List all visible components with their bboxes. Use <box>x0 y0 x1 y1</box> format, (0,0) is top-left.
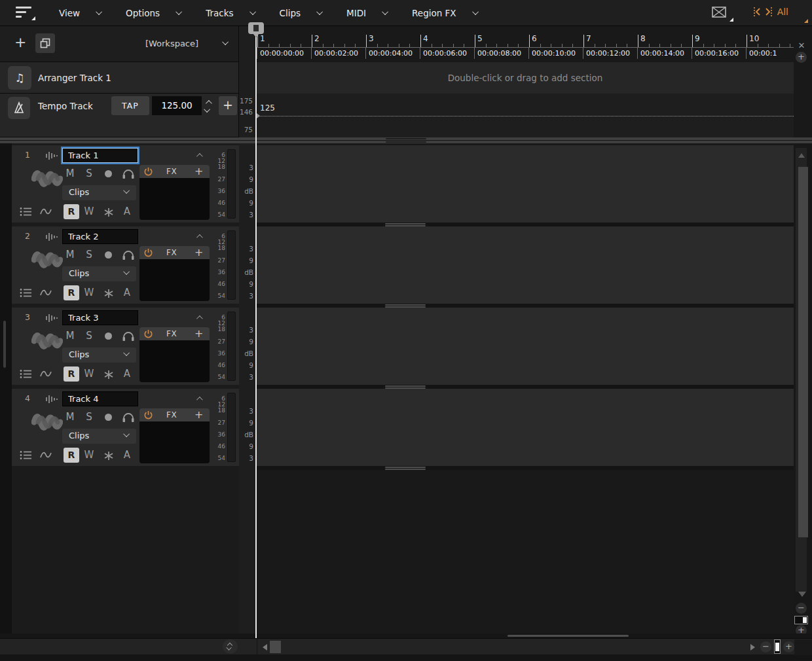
scroll-right-icon[interactable] <box>750 644 755 651</box>
arranger-lane[interactable]: Double-click or drag to add section <box>257 62 794 94</box>
automation-read-button[interactable]: R <box>64 448 79 463</box>
automation-write-button[interactable]: W <box>82 448 96 463</box>
tap-tempo-button[interactable]: TAP <box>111 96 149 115</box>
input-echo-headphones-button[interactable] <box>122 168 135 180</box>
menu-tracks[interactable]: Tracks <box>206 8 255 18</box>
track-lane[interactable] <box>257 308 794 385</box>
lane-separator[interactable] <box>257 385 794 389</box>
track-header[interactable]: 3 6 12 18 27 36 46 54 M S <box>12 308 239 385</box>
tempo-value-field[interactable]: 125.00 <box>152 96 202 115</box>
automation-write-button[interactable]: W <box>82 204 96 219</box>
ripple-edit-button[interactable]: All <box>753 7 788 17</box>
fx-power-icon[interactable] <box>143 167 153 177</box>
track-header[interactable]: 2 6 12 18 27 36 46 54 M S <box>12 226 239 304</box>
fx-rack-bin[interactable] <box>139 340 210 382</box>
scroll-down-icon[interactable] <box>798 592 806 597</box>
archive-button[interactable]: A <box>120 366 134 382</box>
arm-record-button[interactable] <box>105 414 112 421</box>
menu-view[interactable]: View <box>59 8 102 18</box>
tempo-envelope-line[interactable] <box>257 116 794 116</box>
menu-midi[interactable]: MIDI <box>346 8 388 18</box>
track-manager-icon[interactable] <box>20 288 33 298</box>
fx-rack-header[interactable]: FX + <box>139 327 210 340</box>
automation-read-button[interactable]: R <box>64 204 79 219</box>
track-name-input[interactable] <box>62 391 138 406</box>
arm-record-button[interactable] <box>105 332 112 340</box>
scrollbar-thumb[interactable] <box>3 321 6 368</box>
scroll-up-icon[interactable] <box>798 153 805 158</box>
tempo-lane[interactable]: 125 <box>257 94 794 137</box>
fx-power-icon[interactable] <box>143 248 153 258</box>
bottom-splitter[interactable] <box>0 634 812 638</box>
arm-record-button[interactable] <box>105 170 112 177</box>
freeze-icon[interactable] <box>103 289 114 298</box>
freeze-icon[interactable] <box>103 207 114 217</box>
automation-write-button[interactable]: W <box>82 285 96 300</box>
track-manager-icon[interactable] <box>20 450 33 460</box>
clips-dropdown[interactable]: Clips <box>62 185 136 200</box>
add-fx-button[interactable]: + <box>194 165 203 177</box>
playhead-marker[interactable] <box>248 22 264 34</box>
fx-rack-header[interactable]: FX + <box>139 408 210 421</box>
fx-rack-header[interactable]: FX + <box>139 246 210 259</box>
solo-button[interactable]: S <box>82 168 96 179</box>
main-menu-button[interactable] <box>14 5 37 22</box>
horizontal-zoom-out-button[interactable]: − <box>760 641 771 652</box>
collapse-track-icon[interactable] <box>196 153 203 160</box>
audio-scale-column[interactable]: 175 146 75 3 9 dB 9 3 3 9 dB 9 3 3 9 dB … <box>239 26 257 634</box>
close-ruler-button[interactable]: ✕ <box>796 41 807 51</box>
input-echo-headphones-button[interactable] <box>122 249 135 261</box>
workspace-select[interactable]: [Workspace] <box>118 39 226 48</box>
clips-dropdown[interactable]: Clips <box>62 429 136 444</box>
fx-rack-bin[interactable] <box>139 421 210 463</box>
automation-lane-icon[interactable] <box>39 369 52 379</box>
input-echo-headphones-button[interactable] <box>122 330 135 342</box>
now-time-cursor[interactable] <box>255 26 257 638</box>
menu-clips[interactable]: Clips <box>280 8 323 18</box>
fx-power-icon[interactable] <box>143 410 153 420</box>
tempo-decrement-button[interactable] <box>204 106 210 113</box>
slider-thumb[interactable] <box>803 617 807 623</box>
solo-button[interactable]: S <box>82 411 96 423</box>
mute-button[interactable]: M <box>63 168 77 179</box>
expand-collapse-button[interactable] <box>223 639 238 654</box>
screenset-button[interactable] <box>711 6 728 22</box>
scrollbar-thumb[interactable] <box>798 167 808 537</box>
clips-dropdown[interactable]: Clips <box>62 348 136 363</box>
solo-button[interactable]: S <box>82 330 96 342</box>
add-fx-button[interactable]: + <box>194 246 203 259</box>
ruler-zoom-button[interactable]: + <box>796 52 807 63</box>
mute-button[interactable]: M <box>63 249 77 260</box>
track-lane[interactable] <box>257 145 794 223</box>
automation-read-button[interactable]: R <box>64 366 79 382</box>
input-echo-headphones-button[interactable] <box>122 412 135 423</box>
track-name-input[interactable] <box>62 229 138 244</box>
scrollbar-thumb[interactable] <box>270 641 281 653</box>
lane-separator[interactable] <box>257 223 794 226</box>
slider-thumb[interactable] <box>775 643 779 651</box>
add-fx-button[interactable]: + <box>194 327 203 340</box>
archive-button[interactable]: A <box>120 204 134 219</box>
horizontal-zoom-slider[interactable] <box>774 639 781 654</box>
fx-power-icon[interactable] <box>143 329 153 339</box>
time-ruler[interactable]: 1 2 3 4 5 6 7 8 9 <box>257 26 794 59</box>
track-pane-scrollbar[interactable] <box>0 143 12 634</box>
collapse-track-icon[interactable] <box>196 397 203 403</box>
mute-button[interactable]: M <box>63 411 77 423</box>
arm-record-button[interactable] <box>105 251 112 259</box>
tempo-node-icon[interactable] <box>257 113 260 118</box>
mute-button[interactable]: M <box>63 330 77 342</box>
automation-read-button[interactable]: R <box>64 285 79 300</box>
track-name-input[interactable] <box>62 148 138 163</box>
fx-rack-header[interactable]: FX + <box>139 165 210 178</box>
scroll-left-icon[interactable] <box>263 644 267 651</box>
lane-separator[interactable] <box>257 304 794 308</box>
lane-separator[interactable] <box>257 466 794 470</box>
fx-rack-bin[interactable] <box>139 259 210 301</box>
track-lane[interactable] <box>257 389 794 466</box>
freeze-icon[interactable] <box>103 370 114 380</box>
track-manager-icon[interactable] <box>20 369 33 379</box>
track-header[interactable]: 1 6 12 18 27 36 46 54 M S <box>12 145 239 223</box>
collapse-track-icon[interactable] <box>196 234 203 241</box>
scrollbar-track[interactable] <box>796 148 807 592</box>
